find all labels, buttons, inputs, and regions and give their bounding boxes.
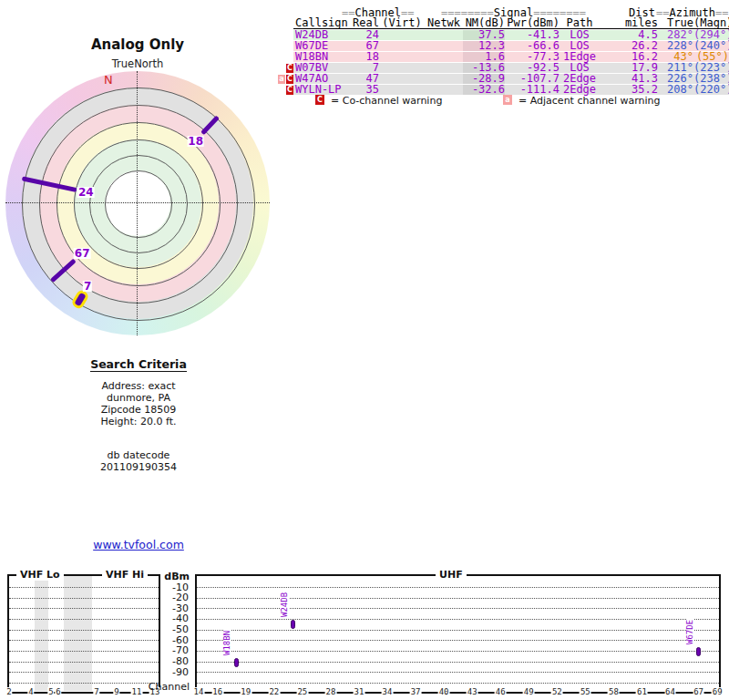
cell-channel-virt (379, 52, 425, 62)
station-marker-W24DB (291, 620, 295, 629)
co-channel-warning-icon: C (286, 64, 293, 73)
vhf-channel-tick: 6 (55, 687, 61, 697)
col-header-callsign: Callsign (293, 17, 352, 28)
cell-channel-virt (379, 63, 425, 73)
spoke-channel-label: 18 (187, 136, 204, 147)
tvfool-link[interactable]: www.tvfool.com (93, 538, 184, 551)
col-header-virt: (Virt) (379, 17, 425, 28)
cell-network (425, 30, 463, 40)
radar-crosshair-vertical (137, 71, 138, 335)
dbm-gridline (197, 587, 719, 588)
dbm-tick-label: -10 (137, 582, 189, 592)
cell-channel-virt (379, 41, 425, 51)
uhf-channel-tick: 58 (608, 687, 620, 697)
search-address-line: Address: exact (29, 380, 248, 392)
uhf-channel-tick: 14 (193, 687, 205, 697)
uhf-channel-tick: 67 (693, 687, 704, 697)
spoke-channel-label: 67 (74, 248, 91, 259)
uhf-channel-tick: 52 (551, 687, 563, 697)
vhf-gap-band (35, 576, 48, 691)
adjacent-channel-warning-icon: a (278, 75, 285, 84)
warning-slot (278, 52, 293, 63)
cell-azimuth-magn: (220°) (693, 85, 729, 95)
cell-network (425, 74, 463, 84)
uhf-channel-tick: 28 (324, 687, 336, 697)
row-cells: W67DE6712.3-66.6LOS26.2228°(240°) (293, 41, 729, 52)
uhf-channel-tick: 37 (410, 687, 422, 697)
col-header-netwk: Netwk (425, 17, 463, 28)
col-header-miles: miles (600, 17, 658, 28)
cell-network (425, 85, 463, 95)
co-channel-warning-label: = Co-channel warning (331, 95, 442, 107)
cell-channel-virt (379, 74, 425, 84)
dbm-tick-label: -90 (137, 667, 189, 677)
uhf-band-label: UHF (436, 569, 467, 581)
dbm-gridline (197, 662, 719, 663)
vhf-lo-band-label: VHF Lo (16, 569, 64, 581)
dbm-gridline (197, 651, 719, 652)
uhf-channel-tick: 43 (467, 687, 478, 697)
cell-callsign: WYLN-LP (293, 85, 352, 95)
cell-azimuth-true: 208° (658, 85, 693, 95)
dbm-tick-label: -60 (137, 635, 189, 645)
uhf-channel-tick: 31 (354, 687, 365, 697)
radar-title: Analog Only (0, 36, 275, 53)
uhf-channel-tick: 64 (664, 687, 676, 697)
search-criteria-block: Search Criteria Address: exact dunmore, … (29, 355, 248, 473)
cell-network (425, 41, 463, 51)
db-datecode-label: db datecode (29, 449, 248, 461)
dbm-gridline (197, 640, 719, 641)
cell-network (425, 52, 463, 62)
uhf-panel (195, 574, 721, 694)
co-channel-warning-icon: C (315, 95, 324, 105)
warning-slot (278, 41, 293, 52)
dbm-tick-label: -80 (137, 656, 189, 666)
vhf-channel-tick: 5 (47, 687, 54, 697)
compass-n-label: N (104, 73, 113, 87)
vhf-channel-tick: 2 (5, 687, 12, 697)
col-header-magn: (Magn) (693, 17, 729, 28)
col-header-pwr: Pwr(dBm) (505, 17, 560, 28)
dbm-gridline (197, 630, 719, 631)
row-cells: W24DB2437.5-41.3LOS4.5282°(294°) (293, 30, 729, 41)
station-label-W24DB: W24DB (281, 592, 289, 618)
db-datecode-value: 201109190354 (29, 461, 248, 473)
cell-path: 2Edge (560, 85, 600, 95)
cell-channel-real: 35 (352, 85, 379, 95)
row-cells: W07BV7-13.6-92.5LOS17.9211°(223°) (293, 63, 729, 74)
warning-slot (278, 30, 293, 41)
dbm-tick-label: -50 (137, 624, 189, 634)
search-zip-line: Zipcode 18509 (29, 404, 248, 416)
tvfool-report-page: Analog Only TrueNorth 1824677 N ==Channe… (0, 0, 729, 700)
dbm-tick-label: -20 (137, 592, 189, 602)
radar-ring-outline (22, 88, 255, 321)
uhf-channel-tick: 40 (438, 687, 450, 697)
col-header-nm: NM(dB) (463, 17, 505, 28)
row-cells: W47AO47-28.9-107.72Edge41.3226°(238°) (293, 74, 729, 85)
cell-dist-miles: 35.2 (600, 85, 658, 95)
warning-slot: aC (278, 74, 293, 85)
table-column-header-row: Callsign Real (Virt) Netwk NM(dB) Pwr(dB… (293, 17, 729, 28)
search-criteria-title: Search Criteria (90, 357, 187, 372)
dbm-axis-label: dBm (137, 571, 190, 582)
uhf-channel-tick: 22 (268, 687, 280, 697)
uhf-channel-tick: 46 (495, 687, 507, 697)
radar-crosshair-horizontal (5, 202, 270, 203)
vhf-channel-tick: 7 (93, 687, 99, 697)
table-header-underline (293, 28, 729, 29)
uhf-channel-tick: 49 (523, 687, 535, 697)
uhf-channel-tick: 61 (636, 687, 648, 697)
station-marker-W18BN (234, 658, 239, 667)
uhf-channel-tick: 34 (382, 687, 394, 697)
vhf-channel-tick: 4 (27, 687, 34, 697)
uhf-channel-tick: 19 (240, 687, 252, 697)
vhf-channel-tick: 9 (113, 687, 119, 697)
station-label-W18BN: W18BN (223, 630, 231, 656)
cell-pwr-dbm: -111.4 (505, 85, 560, 95)
dbm-tick-label: -30 (137, 603, 189, 613)
warning-legend: C = Co-channel warning a = Adjacent chan… (0, 95, 729, 107)
channel-axis-label: Channel (137, 681, 190, 693)
cell-channel-virt (379, 85, 425, 95)
col-header-true: True (658, 17, 693, 28)
dbm-gridline (197, 619, 719, 620)
